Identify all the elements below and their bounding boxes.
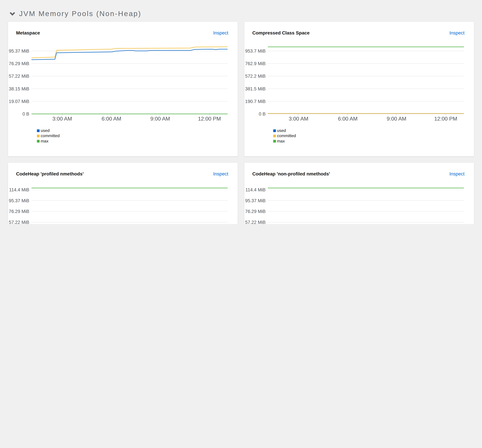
svg-text:95.37 MiB: 95.37 MiB xyxy=(9,48,29,53)
svg-text:38.15 MiB: 38.15 MiB xyxy=(9,86,29,91)
svg-text:572.2 MiB: 572.2 MiB xyxy=(245,73,265,79)
svg-text:6:00 AM: 6:00 AM xyxy=(338,116,357,121)
svg-text:95.37 MiB: 95.37 MiB xyxy=(245,198,265,203)
svg-text:76.29 MiB: 76.29 MiB xyxy=(9,61,29,66)
svg-text:57.22 MiB: 57.22 MiB xyxy=(245,219,265,224)
svg-text:114.4 MiB: 114.4 MiB xyxy=(245,187,265,192)
svg-text:3:00 AM: 3:00 AM xyxy=(289,116,308,121)
svg-text:committed: committed xyxy=(41,133,60,138)
svg-text:762.9 MiB: 762.9 MiB xyxy=(245,61,265,66)
svg-text:95.37 MiB: 95.37 MiB xyxy=(9,198,29,203)
svg-text:57.22 MiB: 57.22 MiB xyxy=(9,73,29,79)
svg-text:381.5 MiB: 381.5 MiB xyxy=(245,86,265,91)
svg-text:114.4 MiB: 114.4 MiB xyxy=(9,187,29,192)
svg-text:9:00 AM: 9:00 AM xyxy=(387,116,406,121)
svg-text:committed: committed xyxy=(277,133,296,138)
svg-text:12:00 PM: 12:00 PM xyxy=(198,116,221,121)
svg-text:12:00 PM: 12:00 PM xyxy=(434,116,457,121)
svg-text:max: max xyxy=(41,139,48,143)
svg-text:190.7 MiB: 190.7 MiB xyxy=(245,99,265,104)
svg-text:used: used xyxy=(277,128,286,133)
svg-text:used: used xyxy=(41,128,49,133)
svg-text:953.7 MiB: 953.7 MiB xyxy=(245,48,265,53)
svg-text:76.29 MiB: 76.29 MiB xyxy=(245,208,265,214)
svg-text:0 B: 0 B xyxy=(23,111,29,116)
svg-text:19.07 MiB: 19.07 MiB xyxy=(9,99,29,104)
svg-text:3:00 AM: 3:00 AM xyxy=(52,116,72,121)
svg-text:9:00 AM: 9:00 AM xyxy=(150,116,170,121)
svg-text:57.22 MiB: 57.22 MiB xyxy=(9,219,29,224)
svg-text:76.29 MiB: 76.29 MiB xyxy=(9,208,29,214)
svg-text:max: max xyxy=(277,139,285,143)
svg-text:6:00 AM: 6:00 AM xyxy=(102,116,121,121)
svg-text:0 B: 0 B xyxy=(259,111,266,116)
